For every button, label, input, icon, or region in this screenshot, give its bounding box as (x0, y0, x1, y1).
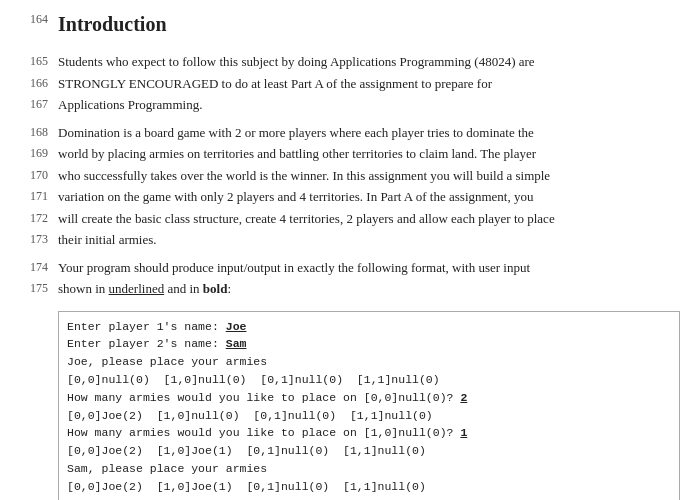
line-168: 168 Domination is a board game with 2 or… (20, 123, 680, 143)
line-number-170: 170 (20, 166, 58, 186)
code-line-1: Enter player 1's name: Joe Enter player … (67, 320, 467, 501)
line-number-171: 171 (20, 187, 58, 207)
line-174: 174 Your program should produce input/ou… (20, 258, 680, 278)
content-area: 164 Introduction 165 Students who expect… (20, 10, 680, 500)
line-number-169: 169 (20, 144, 58, 164)
section-heading: Introduction (58, 10, 680, 38)
code-block-container: Enter player 1's name: Joe Enter player … (20, 307, 680, 501)
user-input-joe: Joe (226, 320, 247, 333)
line-164: 164 Introduction (20, 10, 680, 44)
text-and-in: and in (164, 281, 203, 296)
line-167: 167 Applications Programming. (20, 95, 680, 115)
line-169: 169 world by placing armies on territori… (20, 144, 680, 164)
line-content-170: who successfully takes over the world is… (58, 166, 680, 186)
text-colon: : (227, 281, 231, 296)
line-number-code (20, 307, 58, 325)
code-box: Enter player 1's name: Joe Enter player … (58, 311, 680, 501)
line-content-165: Students who expect to follow this subje… (58, 52, 680, 72)
line-171: 171 variation on the game with only 2 pl… (20, 187, 680, 207)
code-area: Enter player 1's name: Joe Enter player … (58, 307, 680, 501)
user-input-1a: 1 (460, 426, 467, 439)
line-number-174: 174 (20, 258, 58, 278)
line-number-173: 173 (20, 230, 58, 250)
line-content-174: Your program should produce input/output… (58, 258, 680, 278)
user-input-sam: Sam (226, 337, 247, 350)
line-165: 165 Students who expect to follow this s… (20, 52, 680, 72)
line-number-164: 164 (20, 10, 58, 44)
line-content-167: Applications Programming. (58, 95, 680, 115)
line-content-175: shown in underlined and in bold: (58, 279, 680, 299)
line-content-173: their initial armies. (58, 230, 680, 250)
line-173: 173 their initial armies. (20, 230, 680, 250)
line-number-175: 175 (20, 279, 58, 299)
line-content-166: STRONGLY ENCOURAGED to do at least Part … (58, 74, 680, 94)
line-172: 172 will create the basic class structur… (20, 209, 680, 229)
text-shown-in: shown in (58, 281, 109, 296)
line-175: 175 shown in underlined and in bold: (20, 279, 680, 299)
line-content-168: Domination is a board game with 2 or mor… (58, 123, 680, 143)
line-number-172: 172 (20, 209, 58, 229)
text-underlined: underlined (109, 281, 165, 296)
text-bold: bold (203, 281, 228, 296)
line-content-169: world by placing armies on territories a… (58, 144, 680, 164)
line-number-166: 166 (20, 74, 58, 94)
line-content-171: variation on the game with only 2 player… (58, 187, 680, 207)
line-number-168: 168 (20, 123, 58, 143)
line-content-172: will create the basic class structure, c… (58, 209, 680, 229)
line-170: 170 who successfully takes over the worl… (20, 166, 680, 186)
line-number-167: 167 (20, 95, 58, 115)
line-number-165: 165 (20, 52, 58, 72)
user-input-2a: 2 (460, 391, 467, 404)
line-166: 166 STRONGLY ENCOURAGED to do at least P… (20, 74, 680, 94)
